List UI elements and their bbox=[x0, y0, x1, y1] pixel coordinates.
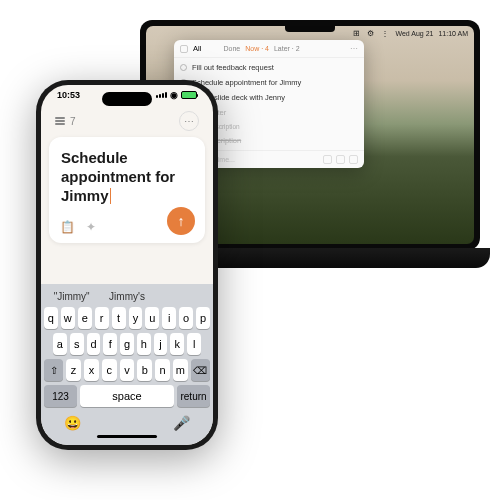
control-center-icon[interactable]: ⚙ bbox=[367, 29, 376, 38]
compose-card[interactable]: Schedule appointment for Jimmy 📋 ✦ ↑ bbox=[49, 137, 205, 243]
task-text: Schedule appointment for Jimmy bbox=[192, 78, 301, 87]
key-y[interactable]: y bbox=[129, 307, 143, 329]
wifi-icon[interactable]: ⋮ bbox=[381, 29, 390, 38]
send-button[interactable]: ↑ bbox=[167, 207, 195, 235]
app-more-icon[interactable]: ⋯ bbox=[350, 44, 358, 53]
key-row-3: ⇧zxcvbnm⌫ bbox=[44, 359, 210, 381]
clipboard-icon[interactable]: 📋 bbox=[59, 219, 75, 235]
key-e[interactable]: e bbox=[78, 307, 92, 329]
app-toolbar: All Done Now · 4 Later · 2 ⋯ bbox=[174, 40, 364, 58]
key-q[interactable]: q bbox=[44, 307, 58, 329]
keyboard-suggestions: "Jimmy" Jimmy's bbox=[44, 288, 210, 307]
list-icon[interactable] bbox=[55, 117, 65, 125]
ios-keyboard: "Jimmy" Jimmy's qwertyuiop asdfghjkl ⇧zx… bbox=[41, 284, 213, 445]
key-j[interactable]: j bbox=[154, 333, 168, 355]
laptop-notch bbox=[285, 26, 335, 32]
key-h[interactable]: h bbox=[137, 333, 151, 355]
wifi-icon: ◉ bbox=[170, 90, 178, 100]
key-r[interactable]: r bbox=[95, 307, 109, 329]
tab-done[interactable]: Done bbox=[223, 45, 240, 52]
text-cursor bbox=[110, 188, 112, 204]
menubar-extra-icon[interactable]: ⊞ bbox=[353, 29, 362, 38]
menubar-date[interactable]: Wed Aug 21 bbox=[395, 30, 433, 37]
task-row[interactable]: Fill out feedback request bbox=[174, 60, 364, 75]
dynamic-island bbox=[102, 92, 152, 106]
key-z[interactable]: z bbox=[66, 359, 81, 381]
tab-later[interactable]: Later · 2 bbox=[274, 45, 300, 52]
toolbar-all-label[interactable]: All bbox=[193, 44, 201, 53]
key-l[interactable]: l bbox=[187, 333, 201, 355]
compose-input[interactable]: Schedule appointment for Jimmy bbox=[61, 149, 193, 205]
macos-menubar: ⊞ ⚙ ⋮ Wed Aug 21 11:10 AM bbox=[353, 29, 468, 38]
task-text: Fill out feedback request bbox=[192, 63, 274, 72]
dictation-key[interactable]: 🎤 bbox=[173, 415, 190, 431]
key-b[interactable]: b bbox=[137, 359, 152, 381]
key-i[interactable]: i bbox=[162, 307, 176, 329]
task-checkbox[interactable] bbox=[180, 64, 187, 71]
key-x[interactable]: x bbox=[84, 359, 99, 381]
footer-action-icon[interactable] bbox=[349, 155, 358, 164]
key-⌫[interactable]: ⌫ bbox=[191, 359, 210, 381]
key-⇧[interactable]: ⇧ bbox=[44, 359, 63, 381]
key-row-4: 123 space return bbox=[44, 385, 210, 407]
menubar-time[interactable]: 11:10 AM bbox=[438, 30, 468, 37]
key-row-2: asdfghjkl bbox=[44, 333, 210, 355]
key-row-1: qwertyuiop bbox=[44, 307, 210, 329]
sparkle-icon[interactable]: ✦ bbox=[83, 219, 99, 235]
more-button[interactable]: ⋯ bbox=[179, 111, 199, 131]
key-n[interactable]: n bbox=[155, 359, 170, 381]
select-all-checkbox[interactable] bbox=[180, 45, 188, 53]
tab-now[interactable]: Now · 4 bbox=[245, 45, 269, 52]
footer-action-icon[interactable] bbox=[323, 155, 332, 164]
key-u[interactable]: u bbox=[145, 307, 159, 329]
space-key[interactable]: space bbox=[80, 385, 174, 407]
status-time: 10:53 bbox=[57, 90, 80, 100]
return-key[interactable]: return bbox=[177, 385, 210, 407]
key-k[interactable]: k bbox=[170, 333, 184, 355]
key-p[interactable]: p bbox=[196, 307, 210, 329]
key-t[interactable]: t bbox=[112, 307, 126, 329]
iphone-screen: 10:53 ◉ 7 ⋯ Schedule appointment for Jim… bbox=[41, 85, 213, 445]
key-v[interactable]: v bbox=[120, 359, 135, 381]
suggestion[interactable] bbox=[155, 291, 210, 302]
key-s[interactable]: s bbox=[70, 333, 84, 355]
keyboard-bottom-bar: 😀 🎤 bbox=[44, 411, 210, 433]
key-c[interactable]: c bbox=[102, 359, 117, 381]
key-d[interactable]: d bbox=[87, 333, 101, 355]
footer-action-icon[interactable] bbox=[336, 155, 345, 164]
key-m[interactable]: m bbox=[173, 359, 188, 381]
emoji-key[interactable]: 😀 bbox=[64, 415, 81, 431]
iphone-frame: 10:53 ◉ 7 ⋯ Schedule appointment for Jim… bbox=[36, 80, 218, 450]
battery-icon bbox=[181, 91, 197, 99]
key-o[interactable]: o bbox=[179, 307, 193, 329]
key-w[interactable]: w bbox=[61, 307, 75, 329]
key-g[interactable]: g bbox=[120, 333, 134, 355]
key-f[interactable]: f bbox=[103, 333, 117, 355]
task-count: 7 bbox=[70, 116, 76, 127]
key-a[interactable]: a bbox=[53, 333, 67, 355]
suggestion[interactable]: Jimmy's bbox=[99, 291, 154, 302]
numbers-key[interactable]: 123 bbox=[44, 385, 77, 407]
app-header: 7 ⋯ bbox=[41, 111, 213, 131]
cellular-signal-icon bbox=[156, 92, 167, 98]
suggestion[interactable]: "Jimmy" bbox=[44, 291, 99, 302]
home-indicator[interactable] bbox=[97, 435, 157, 438]
